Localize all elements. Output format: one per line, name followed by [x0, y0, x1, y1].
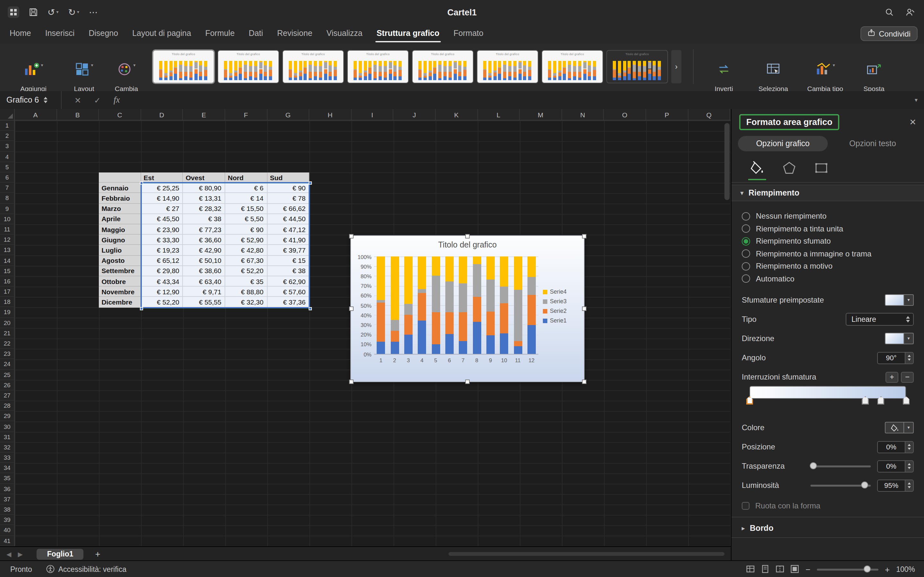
- chart-bar-segment-serie1[interactable]: [527, 326, 536, 354]
- cell-value[interactable]: € 52,20: [141, 297, 183, 308]
- column-header-G[interactable]: G: [267, 109, 309, 120]
- chart-title[interactable]: Titolo del grafico: [351, 240, 584, 250]
- sheet-nav-prev-icon[interactable]: ◀: [6, 550, 11, 558]
- chart-bar-segment-serie4[interactable]: [514, 256, 522, 290]
- row-header-1[interactable]: 1: [0, 121, 14, 131]
- cell-value[interactable]: € 41,90: [267, 235, 309, 245]
- chart-bar-segment-serie3[interactable]: [486, 280, 495, 312]
- cell-value[interactable]: € 45,50: [141, 214, 183, 224]
- cell-value[interactable]: € 19,23: [141, 245, 183, 255]
- legend-item-serie2[interactable]: Serie2: [543, 308, 567, 314]
- chart-bar-segment-serie2[interactable]: [431, 313, 440, 344]
- row-header-10[interactable]: 10: [0, 214, 14, 224]
- row-header-17[interactable]: 17: [0, 287, 14, 297]
- zoom-level-label[interactable]: 100%: [896, 566, 915, 573]
- column-header-N[interactable]: N: [562, 109, 604, 120]
- cell-value[interactable]: € 63,40: [183, 276, 225, 287]
- share-button[interactable]: Condividi: [860, 26, 918, 41]
- column-header-D[interactable]: D: [141, 109, 183, 120]
- column-header-H[interactable]: H: [309, 109, 351, 120]
- cell-value[interactable]: € 15,50: [225, 203, 267, 214]
- chart-bar-segment-serie3[interactable]: [473, 264, 481, 297]
- row-header-35[interactable]: 35: [0, 474, 14, 484]
- chart-style-thumbnail-8[interactable]: Titolo del grafico: [606, 50, 668, 83]
- cell-value[interactable]: € 50,10: [183, 255, 225, 266]
- chart-bar-segment-serie2[interactable]: [376, 303, 385, 342]
- chart-style-thumbnail-5[interactable]: Titolo del grafico: [412, 50, 473, 83]
- chart-bar-segment-serie3[interactable]: [376, 300, 385, 303]
- ribbon-tab-formato[interactable]: Formato: [447, 24, 491, 44]
- column-header-M[interactable]: M: [520, 109, 562, 120]
- cell-value[interactable]: € 33,30: [141, 235, 183, 245]
- chart-bar-segment-serie3[interactable]: [459, 284, 467, 312]
- row-header-13[interactable]: 13: [0, 245, 14, 255]
- chart-bar-segment-serie2[interactable]: [486, 312, 495, 335]
- fill-bucket-icon[interactable]: [747, 158, 767, 178]
- row-header-26[interactable]: 26: [0, 380, 14, 390]
- chart-bar-segment-serie3[interactable]: [500, 286, 508, 303]
- cell-value[interactable]: € 90: [267, 183, 309, 193]
- cell-value[interactable]: € 38,60: [183, 266, 225, 276]
- chart-bar-segment-serie3[interactable]: [431, 276, 440, 313]
- row-header-31[interactable]: 31: [0, 432, 14, 442]
- sheet-nav-next-icon[interactable]: ▶: [18, 550, 23, 558]
- chart-selection-handle[interactable]: [349, 234, 353, 238]
- chart-selection-handle[interactable]: [349, 306, 353, 311]
- chart-bar-segment-serie4[interactable]: [418, 256, 426, 289]
- row-header-4[interactable]: 4: [0, 152, 14, 162]
- chart-selection-handle[interactable]: [582, 306, 586, 311]
- column-header-B[interactable]: B: [57, 109, 99, 120]
- name-box-stepper[interactable]: [43, 97, 47, 103]
- cell-value[interactable]: € 5,50: [225, 214, 267, 224]
- chart-bar-segment-serie4[interactable]: [500, 256, 508, 286]
- row-header-41[interactable]: 41: [0, 536, 14, 546]
- chart-bar-segment-serie1[interactable]: [514, 347, 522, 354]
- add-sheet-button[interactable]: +: [95, 549, 100, 559]
- vertical-scrollbar[interactable]: [724, 123, 730, 200]
- row-header-29[interactable]: 29: [0, 411, 14, 422]
- chart-bar-segment-serie1[interactable]: [445, 334, 454, 354]
- radio-icon[interactable]: [742, 274, 750, 283]
- position-stepper[interactable]: 0%: [877, 441, 914, 453]
- preset-gradients-dropdown[interactable]: ▾: [885, 294, 914, 306]
- transparency-stepper[interactable]: 0%: [877, 460, 914, 472]
- cell-value[interactable]: € 42,80: [225, 245, 267, 255]
- page-break-view-icon[interactable]: [776, 564, 784, 574]
- chart-bar-segment-serie4[interactable]: [404, 256, 413, 303]
- column-header-A[interactable]: A: [15, 109, 57, 120]
- close-icon[interactable]: ✕: [909, 117, 916, 127]
- cell-value[interactable]: € 32,30: [225, 297, 267, 308]
- confirm-entry-icon[interactable]: ✓: [94, 95, 101, 105]
- size-properties-icon[interactable]: [811, 158, 832, 178]
- cell-value[interactable]: € 14,90: [141, 193, 183, 203]
- ribbon-tab-visualizza[interactable]: Visualizza: [320, 24, 370, 44]
- chart-bar-segment-serie2[interactable]: [391, 331, 399, 342]
- formula-bar-collapse-icon[interactable]: ▾: [915, 97, 918, 103]
- brightness-slider[interactable]: [811, 484, 871, 486]
- chart-style-thumbnail-2[interactable]: Titolo del grafico: [218, 50, 279, 83]
- chart-style-thumbnail-6[interactable]: Titolo del grafico: [477, 50, 538, 83]
- cell-value[interactable]: € 12,90: [141, 287, 183, 297]
- row-header-28[interactable]: 28: [0, 401, 14, 411]
- cancel-entry-icon[interactable]: ✕: [74, 95, 81, 105]
- row-header-7[interactable]: 7: [0, 183, 14, 193]
- cell-value[interactable]: € 44,50: [267, 214, 309, 224]
- rotate-with-shape-checkbox[interactable]: [742, 502, 750, 510]
- chart-bar-segment-serie4[interactable]: [431, 256, 440, 276]
- ribbon-tab-dati[interactable]: Dati: [242, 24, 270, 44]
- cell-month-label[interactable]: Agosto: [99, 255, 141, 266]
- cell-value[interactable]: € 9,71: [183, 287, 225, 297]
- column-header-O[interactable]: O: [604, 109, 646, 120]
- chart-bar-segment-serie1[interactable]: [418, 321, 426, 354]
- row-header-2[interactable]: 2: [0, 131, 14, 141]
- border-section-header[interactable]: ▸ Bordo: [742, 522, 914, 535]
- chart-bar-segment-serie2[interactable]: [418, 293, 426, 321]
- sheet-tab-foglio1[interactable]: Foglio1: [37, 548, 84, 559]
- row-header-23[interactable]: 23: [0, 349, 14, 359]
- row-header-15[interactable]: 15: [0, 266, 14, 276]
- fill-option-0[interactable]: Nessun riempimento: [742, 210, 914, 222]
- cell-C6[interactable]: [99, 172, 141, 183]
- row-header-22[interactable]: 22: [0, 338, 14, 349]
- chart-bar-segment-serie4[interactable]: [527, 256, 536, 277]
- cell-series-header[interactable]: Nord: [225, 172, 267, 183]
